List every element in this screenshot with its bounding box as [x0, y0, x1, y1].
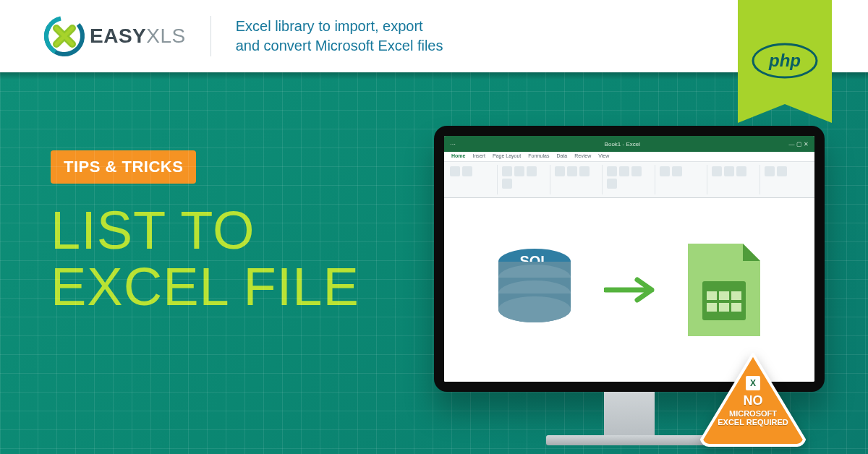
tab-pagelayout: Page Layout: [493, 153, 521, 161]
no-excel-required-badge: X NO MICROSOFT EXCEL REQUIRED: [699, 351, 807, 450]
excel-tabs: Home Insert Page Layout Formulas Data Re…: [444, 152, 814, 162]
warn-l2: MICROSOFT: [729, 409, 777, 418]
monitor-illustration: ⋯Book1 - Excel— ▢ ✕ Home Insert Page Lay…: [434, 126, 825, 445]
svg-rect-12: [731, 291, 741, 300]
tab-review: Review: [574, 153, 591, 161]
tab-view: View: [598, 153, 609, 161]
svg-rect-11: [719, 291, 729, 300]
warn-l3: EXCEL REQUIRED: [718, 418, 788, 427]
arrow-right-icon: [604, 275, 655, 304]
spreadsheet-file-icon: [681, 239, 767, 340]
excel-x-icon: X: [746, 376, 760, 390]
tagline-line2: and convert Microsoft Excel files: [236, 36, 443, 56]
monitor-neck: [604, 392, 655, 435]
php-icon: php: [752, 43, 818, 79]
brand-logo: EASYXLS: [43, 15, 186, 57]
tab-data: Data: [556, 153, 567, 161]
hero: TIPS & TRICKS LIST TO EXCEL FILE ⋯Book1 …: [0, 72, 868, 454]
tab-formulas: Formulas: [528, 153, 549, 161]
svg-text:php: php: [768, 51, 801, 70]
header-divider: [210, 16, 211, 56]
brand-name: EASYXLS: [90, 25, 186, 48]
warn-no: NO: [699, 393, 807, 408]
tab-insert: Insert: [472, 153, 485, 161]
svg-rect-15: [731, 303, 741, 312]
svg-rect-14: [719, 303, 729, 312]
svg-rect-13: [707, 303, 717, 312]
tips-badge: TIPS & TRICKS: [51, 150, 196, 184]
svg-rect-9: [702, 281, 746, 320]
svg-point-8: [498, 296, 571, 322]
tagline-line1: Excel library to import, export: [236, 17, 443, 36]
warning-text: NO MICROSOFT EXCEL REQUIRED: [699, 393, 807, 427]
monitor-base: [546, 435, 712, 445]
excel-titlebar: ⋯Book1 - Excel— ▢ ✕: [444, 136, 814, 152]
svg-rect-10: [707, 291, 717, 300]
brand-easy: EASY: [90, 25, 146, 47]
logo-mark-icon: [43, 15, 85, 57]
excel-ribbon: [444, 162, 814, 198]
excel-window: ⋯Book1 - Excel— ▢ ✕ Home Insert Page Lay…: [444, 136, 814, 382]
sql-database-icon: SQL: [491, 243, 578, 337]
tech-ribbon: php: [738, 0, 832, 104]
tagline: Excel library to import, export and conv…: [236, 17, 443, 56]
tab-home: Home: [451, 153, 465, 161]
brand-xls: XLS: [146, 25, 185, 47]
